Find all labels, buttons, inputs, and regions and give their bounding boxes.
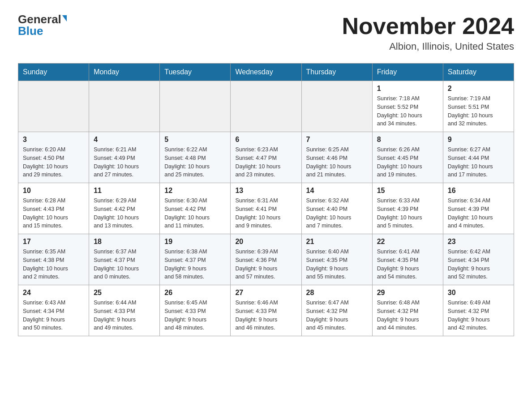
- day-number: 23: [448, 238, 509, 246]
- day-info: Sunrise: 6:22 AM Sunset: 4:48 PM Dayligh…: [164, 146, 226, 179]
- day-number: 27: [235, 289, 296, 297]
- calendar-cell: 27Sunrise: 6:46 AM Sunset: 4:33 PM Dayli…: [231, 285, 301, 336]
- day-number: 6: [235, 136, 296, 144]
- calendar-cell: 10Sunrise: 6:28 AM Sunset: 4:43 PM Dayli…: [18, 183, 89, 234]
- calendar-cell: 24Sunrise: 6:43 AM Sunset: 4:34 PM Dayli…: [18, 285, 89, 336]
- day-number: 11: [94, 187, 155, 195]
- day-info: Sunrise: 6:32 AM Sunset: 4:40 PM Dayligh…: [306, 197, 368, 230]
- calendar-cell: 4Sunrise: 6:21 AM Sunset: 4:49 PM Daylig…: [89, 132, 160, 183]
- column-header-tuesday: Tuesday: [160, 64, 231, 81]
- day-info: Sunrise: 6:26 AM Sunset: 4:45 PM Dayligh…: [377, 146, 438, 179]
- column-header-friday: Friday: [372, 64, 443, 81]
- day-number: 26: [164, 289, 226, 297]
- day-number: 4: [94, 136, 155, 144]
- day-number: 25: [94, 289, 155, 297]
- column-header-wednesday: Wednesday: [231, 64, 301, 81]
- calendar-cell: 1Sunrise: 7:18 AM Sunset: 5:52 PM Daylig…: [372, 81, 443, 132]
- day-info: Sunrise: 7:19 AM Sunset: 5:51 PM Dayligh…: [448, 94, 509, 128]
- calendar-cell: [231, 81, 301, 132]
- day-info: Sunrise: 6:46 AM Sunset: 4:33 PM Dayligh…: [235, 299, 296, 332]
- calendar-cell: [18, 81, 89, 132]
- calendar-header-row: SundayMondayTuesdayWednesdayThursdayFrid…: [18, 64, 514, 81]
- day-info: Sunrise: 6:34 AM Sunset: 4:39 PM Dayligh…: [448, 197, 509, 230]
- calendar-cell: 22Sunrise: 6:41 AM Sunset: 4:35 PM Dayli…: [372, 234, 443, 285]
- day-number: 10: [23, 187, 84, 195]
- calendar-cell: 30Sunrise: 6:49 AM Sunset: 4:32 PM Dayli…: [443, 285, 514, 336]
- calendar-cell: 2Sunrise: 7:19 AM Sunset: 5:51 PM Daylig…: [443, 81, 514, 132]
- day-info: Sunrise: 6:44 AM Sunset: 4:33 PM Dayligh…: [94, 299, 155, 332]
- day-info: Sunrise: 6:29 AM Sunset: 4:42 PM Dayligh…: [94, 197, 155, 230]
- day-info: Sunrise: 6:20 AM Sunset: 4:50 PM Dayligh…: [23, 146, 84, 179]
- calendar-cell: 19Sunrise: 6:38 AM Sunset: 4:37 PM Dayli…: [160, 234, 231, 285]
- calendar-cell: 3Sunrise: 6:20 AM Sunset: 4:50 PM Daylig…: [18, 132, 89, 183]
- column-header-thursday: Thursday: [301, 64, 372, 81]
- calendar-cell: 7Sunrise: 6:25 AM Sunset: 4:46 PM Daylig…: [301, 132, 372, 183]
- day-number: 28: [306, 289, 368, 297]
- week-row-2: 3Sunrise: 6:20 AM Sunset: 4:50 PM Daylig…: [18, 132, 514, 183]
- day-info: Sunrise: 6:42 AM Sunset: 4:34 PM Dayligh…: [448, 248, 509, 281]
- day-number: 20: [235, 238, 296, 246]
- day-number: 15: [377, 187, 438, 195]
- day-number: 13: [235, 187, 296, 195]
- column-header-monday: Monday: [89, 64, 160, 81]
- day-info: Sunrise: 6:40 AM Sunset: 4:35 PM Dayligh…: [306, 248, 368, 281]
- day-info: Sunrise: 6:39 AM Sunset: 4:36 PM Dayligh…: [235, 248, 296, 281]
- title-section: November 2024 Albion, Illinois, United S…: [342, 13, 514, 52]
- day-info: Sunrise: 6:30 AM Sunset: 4:42 PM Dayligh…: [164, 197, 226, 230]
- day-info: Sunrise: 6:47 AM Sunset: 4:32 PM Dayligh…: [306, 299, 368, 332]
- day-number: 12: [164, 187, 226, 195]
- calendar-cell: 25Sunrise: 6:44 AM Sunset: 4:33 PM Dayli…: [89, 285, 160, 336]
- day-info: Sunrise: 6:28 AM Sunset: 4:43 PM Dayligh…: [23, 197, 84, 230]
- logo-arrow-icon: [62, 15, 67, 21]
- day-number: 3: [23, 136, 84, 144]
- day-info: Sunrise: 6:33 AM Sunset: 4:39 PM Dayligh…: [377, 197, 438, 230]
- calendar-cell: 5Sunrise: 6:22 AM Sunset: 4:48 PM Daylig…: [160, 132, 231, 183]
- calendar-cell: [301, 81, 372, 132]
- month-title: November 2024: [342, 13, 514, 39]
- calendar-cell: 20Sunrise: 6:39 AM Sunset: 4:36 PM Dayli…: [231, 234, 301, 285]
- calendar-cell: 17Sunrise: 6:35 AM Sunset: 4:38 PM Dayli…: [18, 234, 89, 285]
- day-info: Sunrise: 7:18 AM Sunset: 5:52 PM Dayligh…: [377, 94, 438, 128]
- day-number: 30: [448, 289, 509, 297]
- day-number: 14: [306, 187, 368, 195]
- page-header: General Blue November 2024 Albion, Illin…: [18, 13, 514, 52]
- calendar-cell: 23Sunrise: 6:42 AM Sunset: 4:34 PM Dayli…: [443, 234, 514, 285]
- day-number: 24: [23, 289, 84, 297]
- calendar-cell: 15Sunrise: 6:33 AM Sunset: 4:39 PM Dayli…: [372, 183, 443, 234]
- calendar-cell: 14Sunrise: 6:32 AM Sunset: 4:40 PM Dayli…: [301, 183, 372, 234]
- day-number: 17: [23, 238, 84, 246]
- day-number: 18: [94, 238, 155, 246]
- calendar-cell: 21Sunrise: 6:40 AM Sunset: 4:35 PM Dayli…: [301, 234, 372, 285]
- logo-blue-text: Blue: [18, 25, 43, 37]
- calendar-cell: [89, 81, 160, 132]
- calendar-cell: 12Sunrise: 6:30 AM Sunset: 4:42 PM Dayli…: [160, 183, 231, 234]
- logo-general-text: General: [18, 13, 61, 25]
- day-number: 19: [164, 238, 226, 246]
- day-number: 16: [448, 187, 509, 195]
- day-info: Sunrise: 6:43 AM Sunset: 4:34 PM Dayligh…: [23, 299, 84, 332]
- week-row-4: 17Sunrise: 6:35 AM Sunset: 4:38 PM Dayli…: [18, 234, 514, 285]
- day-info: Sunrise: 6:48 AM Sunset: 4:32 PM Dayligh…: [377, 299, 438, 332]
- day-info: Sunrise: 6:49 AM Sunset: 4:32 PM Dayligh…: [448, 299, 509, 332]
- calendar-cell: 9Sunrise: 6:27 AM Sunset: 4:44 PM Daylig…: [443, 132, 514, 183]
- day-number: 2: [448, 85, 509, 93]
- calendar-table: SundayMondayTuesdayWednesdayThursdayFrid…: [18, 63, 514, 336]
- day-number: 22: [377, 238, 438, 246]
- column-header-sunday: Sunday: [18, 64, 89, 81]
- calendar-cell: 26Sunrise: 6:45 AM Sunset: 4:33 PM Dayli…: [160, 285, 231, 336]
- calendar-cell: 8Sunrise: 6:26 AM Sunset: 4:45 PM Daylig…: [372, 132, 443, 183]
- day-number: 7: [306, 136, 368, 144]
- day-number: 8: [377, 136, 438, 144]
- week-row-5: 24Sunrise: 6:43 AM Sunset: 4:34 PM Dayli…: [18, 285, 514, 336]
- calendar-cell: 6Sunrise: 6:23 AM Sunset: 4:47 PM Daylig…: [231, 132, 301, 183]
- calendar-cell: 16Sunrise: 6:34 AM Sunset: 4:39 PM Dayli…: [443, 183, 514, 234]
- calendar-cell: 18Sunrise: 6:37 AM Sunset: 4:37 PM Dayli…: [89, 234, 160, 285]
- day-info: Sunrise: 6:31 AM Sunset: 4:41 PM Dayligh…: [235, 197, 296, 230]
- calendar-cell: [160, 81, 231, 132]
- week-row-3: 10Sunrise: 6:28 AM Sunset: 4:43 PM Dayli…: [18, 183, 514, 234]
- day-number: 29: [377, 289, 438, 297]
- logo: General Blue: [18, 13, 67, 37]
- day-number: 5: [164, 136, 226, 144]
- day-info: Sunrise: 6:38 AM Sunset: 4:37 PM Dayligh…: [164, 248, 226, 281]
- column-header-saturday: Saturday: [443, 64, 514, 81]
